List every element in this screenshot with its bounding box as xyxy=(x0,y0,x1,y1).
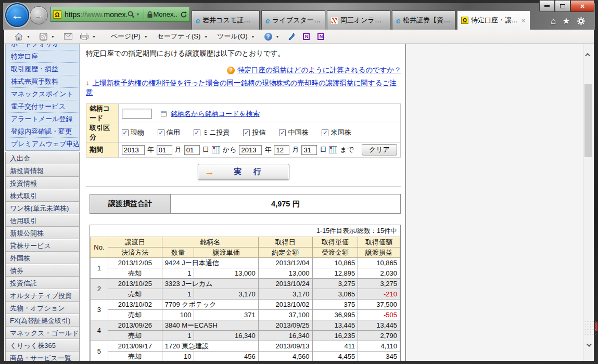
checkbox-checked-icon[interactable]: ✓ xyxy=(122,129,129,136)
close-icon: × xyxy=(580,2,584,10)
scroll-up-button[interactable] xyxy=(584,50,593,59)
forward-button[interactable]: → xyxy=(30,6,48,24)
maximize-button[interactable] xyxy=(555,1,570,12)
minimize-button[interactable] xyxy=(539,1,555,12)
checkbox-checked-icon[interactable]: ✓ xyxy=(158,129,164,136)
home-menu-button[interactable]: ▼ xyxy=(12,32,34,42)
to-day-input[interactable] xyxy=(301,145,317,155)
sidebar-item[interactable]: ワン株(単元未満株) xyxy=(6,202,79,214)
sidebar-item[interactable]: 新投資情報 xyxy=(6,164,79,177)
sidebar-section-bottom: 入出金新投資情報投資情報株式取引ワン株(単元未満株)信用取引新規公開株貸株サービ… xyxy=(5,152,80,361)
tab-iwai-cosmo[interactable]: e 岩井コスモ証券 ... xyxy=(192,10,260,30)
print-button[interactable]: ▼ xyxy=(78,32,99,41)
checkbox-checked-icon[interactable]: ✓ xyxy=(322,129,328,136)
safety-menu[interactable]: セーフティ(S) ▼ xyxy=(155,31,212,42)
sidebar-item[interactable]: 新規公開株 xyxy=(6,227,79,239)
checkbox-checked-icon[interactable]: ✓ xyxy=(194,129,200,136)
calendar-icon[interactable] xyxy=(212,146,220,153)
scrollbar-thumb[interactable] xyxy=(584,84,592,157)
clear-button[interactable]: クリア xyxy=(362,144,397,155)
sidebar-item[interactable]: プレミアムウェブ申込 xyxy=(6,138,79,150)
url-text[interactable]: https://www.monex... xyxy=(65,10,128,19)
total-pl-label: 譲渡損益合計 xyxy=(90,194,171,214)
down-arrow-icon: ↓ xyxy=(86,79,90,87)
sidebar-item[interactable]: 債券 xyxy=(6,264,79,277)
tab-livestar[interactable]: e ライブスター証券 xyxy=(261,10,325,30)
address-dropdown-icon[interactable]: ▼ xyxy=(136,12,140,16)
warrant-notice-link[interactable]: 上場新株予約権の権利行使を行った場合の同一銘柄の現物株式の売却時の譲渡損益に関す… xyxy=(86,79,397,96)
sidebar-item[interactable]: 登録内容確認・変更 xyxy=(6,125,79,138)
sidebar-item[interactable]: マネックスポイント xyxy=(6,88,79,100)
stock-code-input[interactable] xyxy=(122,109,152,119)
trade-type-checkbox[interactable]: ✓現物 xyxy=(122,128,144,137)
sidebar-item[interactable]: 信用取引 xyxy=(6,214,79,227)
ev-zone-label[interactable]: Monex... xyxy=(153,10,177,18)
sidebar-item[interactable]: 貸株サービス xyxy=(6,239,79,252)
back-button[interactable]: ← xyxy=(5,3,29,27)
tools-menu[interactable]: ツール(O) ▼ xyxy=(215,31,258,42)
trade-type-checkbox[interactable]: ✓中国株 xyxy=(279,128,308,137)
sidebar-item[interactable]: くりっく株365 xyxy=(6,339,79,352)
sidebar-item[interactable]: 先物・オプション xyxy=(6,302,79,314)
sidebar-item[interactable]: 外国株 xyxy=(6,252,79,264)
from-year-input[interactable] xyxy=(122,145,145,155)
sidebar-item[interactable]: 電子交付サービス xyxy=(6,100,79,113)
period-label: 期間 xyxy=(86,142,119,158)
sidebar-item[interactable]: 投資信託 xyxy=(6,277,79,289)
sidebar-item[interactable]: マネックス・ゴールド xyxy=(6,327,79,339)
from-month-input[interactable] xyxy=(157,145,172,155)
refresh-icon[interactable] xyxy=(180,11,187,18)
sidebar-item[interactable]: 入出金 xyxy=(6,152,79,164)
onenote-linked-button[interactable]: N xyxy=(315,32,326,41)
sidebar-item[interactable]: 投資情報 xyxy=(6,177,79,189)
page-menu[interactable]: ページ(P) ▼ xyxy=(109,31,151,42)
trade-type-checkbox[interactable]: ✓投信 xyxy=(243,128,265,137)
sidebar-item[interactable]: FX(為替証拠金取引) xyxy=(6,314,79,327)
stock-code-search-link[interactable]: 銘柄名から銘柄コードを検索 xyxy=(171,110,260,118)
rss-feeds-button[interactable]: ▼ xyxy=(37,32,58,42)
trade-type-checkbox[interactable]: ✓米国株 xyxy=(322,128,351,137)
table-cell: 1 xyxy=(162,331,194,341)
sidebar: ポートフォリオ特定口座取引履歴・損益株式売買手数料マネックスポイント電子交付サー… xyxy=(5,44,80,361)
tab-matsui[interactable]: e 松井証券【資産... xyxy=(392,10,455,30)
sidebar-item[interactable]: 株式取引 xyxy=(6,189,79,202)
trade-type-checkbox[interactable]: ✓ミニ投資 xyxy=(194,128,230,137)
to-year-input[interactable] xyxy=(239,145,262,155)
sidebar-item[interactable]: 特定口座 xyxy=(6,50,79,63)
calendar-icon[interactable] xyxy=(329,146,337,153)
question-icon: ? xyxy=(227,67,235,74)
sidebar-item[interactable]: 株式売買手数料 xyxy=(6,75,79,88)
execute-button[interactable]: → 実 行 xyxy=(198,164,289,180)
trade-type-checkbox[interactable]: ✓信用 xyxy=(158,128,180,137)
table-row: 32013/10/027709 クボテック2013/10/0237537,500 xyxy=(91,300,400,310)
table-row: 売却113,00013,00012,8952,030 xyxy=(91,268,400,279)
from-day-input[interactable] xyxy=(184,145,200,155)
table-cell: 売却 xyxy=(108,331,162,341)
tab-close-icon[interactable]: × xyxy=(521,17,526,24)
address-bar[interactable]: Ω https://www.monex... ▼ Monex... xyxy=(50,7,190,22)
sidebar-item[interactable]: 取引履歴・損益 xyxy=(6,63,79,75)
home-icon[interactable]: ⌂ xyxy=(551,16,556,27)
settings-gear-icon[interactable] xyxy=(577,17,586,25)
tab-okasan-online[interactable]: 岡三オンライン... xyxy=(327,10,390,30)
pl-calculation-help-link[interactable]: 特定口座の損益はどのように計算されるのですか？ xyxy=(237,66,401,75)
to-month-input[interactable] xyxy=(274,145,289,155)
checkbox-checked-icon[interactable]: ✓ xyxy=(243,129,250,136)
help-menu[interactable]: ? ▼ xyxy=(262,32,283,42)
checkbox-checked-icon[interactable]: ✓ xyxy=(279,129,286,136)
tab-tokutei-kouza-active[interactable]: Ω 特定口座・譲... × xyxy=(457,10,530,30)
vertical-scrollbar[interactable] xyxy=(583,44,592,361)
sidebar-item[interactable]: 商品・サービス一覧 xyxy=(6,352,79,361)
scroll-down-button[interactable] xyxy=(584,341,593,349)
favorites-star-icon[interactable]: ★ xyxy=(562,16,570,27)
search-icon[interactable] xyxy=(128,11,135,18)
onenote-send-button[interactable]: N xyxy=(301,32,312,41)
sidebar-item[interactable]: ポートフォリオ xyxy=(6,44,79,50)
sidebar-item[interactable]: アラートメール登録 xyxy=(6,113,79,125)
read-mail-button[interactable] xyxy=(62,32,74,41)
close-button[interactable]: × xyxy=(570,1,594,12)
url-separator: ://www. xyxy=(80,10,104,19)
ink-pen-button[interactable] xyxy=(286,32,297,42)
sidebar-item[interactable]: オルタナティブ投資 xyxy=(6,289,79,302)
table-cell: 9424 Jー日本通信 xyxy=(162,258,258,268)
